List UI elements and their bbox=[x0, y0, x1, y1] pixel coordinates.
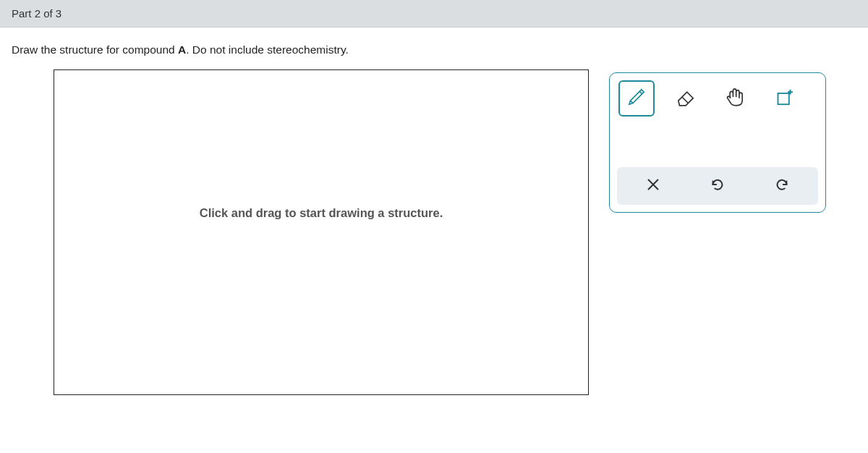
part-label: Part 2 of 3 bbox=[12, 7, 61, 20]
action-row bbox=[617, 167, 818, 205]
tool-row-2 bbox=[617, 124, 818, 157]
redo-button[interactable] bbox=[760, 174, 804, 198]
pencil-tool-button[interactable] bbox=[618, 80, 655, 117]
svg-line-2 bbox=[682, 97, 689, 103]
tool-row-1 bbox=[617, 80, 818, 117]
move-tool-button[interactable] bbox=[717, 80, 753, 117]
svg-line-1 bbox=[639, 91, 642, 93]
redo-icon bbox=[774, 177, 790, 195]
selection-plus-tool-button[interactable] bbox=[766, 80, 802, 117]
negative-charge-button[interactable] bbox=[618, 124, 655, 157]
eraser-tool-button[interactable] bbox=[668, 80, 704, 117]
eraser-icon bbox=[673, 85, 698, 112]
content-row: Click and drag to start drawing a struct… bbox=[0, 69, 868, 395]
undo-icon bbox=[710, 177, 726, 195]
svg-rect-3 bbox=[778, 93, 789, 104]
close-icon bbox=[645, 177, 661, 195]
instruction-prefix: Draw the structure for compound bbox=[12, 43, 178, 56]
pencil-icon bbox=[624, 85, 649, 112]
instruction-text: Draw the structure for compound A. Do no… bbox=[0, 27, 868, 69]
canvas-hint: Click and drag to start drawing a struct… bbox=[135, 205, 509, 221]
instruction-suffix: . Do not include stereochemistry. bbox=[186, 43, 349, 56]
clear-button[interactable] bbox=[631, 174, 675, 198]
instruction-bold: A bbox=[178, 43, 186, 56]
hand-icon bbox=[723, 85, 747, 112]
toolbox bbox=[609, 72, 826, 213]
selection-plus-icon bbox=[772, 85, 796, 112]
lone-pair-button[interactable] bbox=[668, 124, 704, 157]
part-header: Part 2 of 3 bbox=[0, 0, 868, 27]
undo-button[interactable] bbox=[696, 174, 739, 198]
svg-line-0 bbox=[631, 101, 633, 103]
drawing-canvas[interactable]: Click and drag to start drawing a struct… bbox=[54, 69, 589, 395]
